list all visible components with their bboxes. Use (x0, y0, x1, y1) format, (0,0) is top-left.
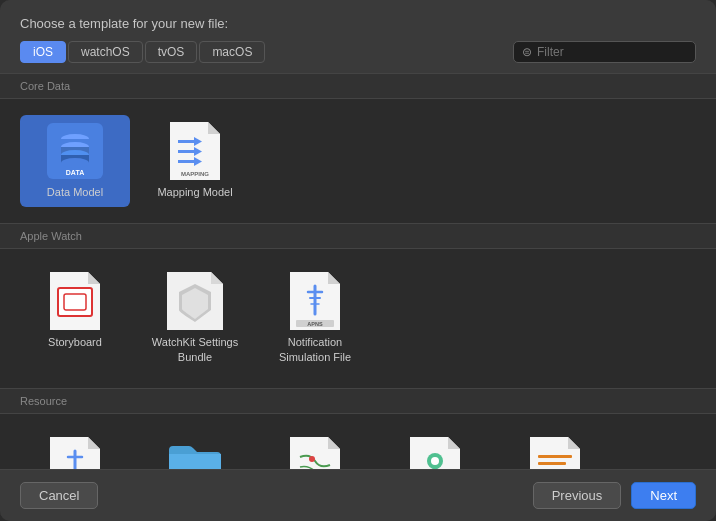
svg-point-46 (431, 457, 439, 465)
watchkit-icon (167, 273, 223, 329)
dialog-header: Choose a template for your new file: iOS… (0, 0, 716, 73)
item-storyboard-label: Storyboard (48, 335, 102, 349)
tab-watchos[interactable]: watchOS (68, 41, 143, 63)
plist-icon: PLIST (527, 438, 583, 469)
svg-rect-51 (538, 455, 572, 458)
item-storyboard[interactable]: Storyboard (20, 265, 130, 372)
filter-input[interactable] (537, 45, 687, 59)
svg-marker-33 (88, 437, 100, 449)
svg-text:APNS: APNS (307, 321, 323, 327)
apple-watch-grid: Storyboard WatchKit Settings Bundle (0, 249, 716, 388)
item-watchkit-label: WatchKit Settings Bundle (148, 335, 242, 364)
svg-rect-52 (538, 462, 566, 465)
svg-text:DATA: DATA (66, 169, 84, 176)
item-gpx-file[interactable]: GPX GPX File (380, 430, 490, 469)
section-core-data: Core Data (0, 73, 716, 99)
svg-marker-39 (328, 437, 340, 449)
footer-right: Previous Next (533, 482, 696, 509)
svg-rect-13 (178, 150, 194, 153)
apns2-icon: APNS (47, 438, 103, 469)
data-model-icon: DATA (47, 123, 103, 179)
next-button[interactable]: Next (631, 482, 696, 509)
mapping-model-icon: MAPPING (167, 123, 223, 179)
svg-point-40 (309, 456, 315, 462)
template-chooser-dialog: Choose a template for your new file: iOS… (0, 0, 716, 521)
item-mapping-model[interactable]: MAPPING Mapping Model (140, 115, 250, 207)
svg-rect-11 (178, 140, 194, 143)
gpx-icon: GPX (407, 438, 463, 469)
section-resource: Resource (0, 388, 716, 414)
svg-rect-21 (64, 294, 86, 310)
item-notification-sim-label: Notification Simulation File (268, 335, 362, 364)
item-property-list[interactable]: PLIST Property List (500, 430, 610, 469)
storyboard-icon (47, 273, 103, 329)
previous-button[interactable]: Previous (533, 482, 622, 509)
svg-rect-15 (178, 160, 194, 163)
item-notification[interactable]: APNS Notification... (20, 430, 130, 469)
tab-tvos[interactable]: tvOS (145, 41, 198, 63)
svg-marker-19 (88, 272, 100, 284)
dialog-title: Choose a template for your new file: (20, 16, 696, 31)
svg-marker-23 (211, 272, 223, 284)
filter-icon: ⊜ (522, 45, 532, 59)
item-asset-catalog[interactable]: Asset Catalog (140, 430, 250, 469)
svg-marker-50 (568, 437, 580, 449)
item-notification-sim[interactable]: APNS Notification Simulation File (260, 265, 370, 372)
item-watchkit[interactable]: WatchKit Settings Bundle (140, 265, 250, 372)
svg-point-7 (61, 158, 89, 168)
section-apple-watch: Apple Watch (0, 223, 716, 249)
content-area: Core Data DATA (0, 73, 716, 469)
dialog-footer: Cancel Previous Next (0, 469, 716, 521)
svg-marker-25 (328, 272, 340, 284)
cancel-button[interactable]: Cancel (20, 482, 98, 509)
geojson-icon: GEOJSON (287, 438, 343, 469)
tab-macos[interactable]: macOS (199, 41, 265, 63)
notification-sim-icon: APNS (287, 273, 343, 329)
item-data-model-label: Data Model (47, 185, 103, 199)
footer-left: Cancel (20, 482, 98, 509)
core-data-grid: DATA Data Model (0, 99, 716, 223)
filter-box: ⊜ (513, 41, 696, 63)
item-mapping-model-label: Mapping Model (157, 185, 232, 199)
svg-text:MAPPING: MAPPING (181, 171, 209, 177)
item-data-model[interactable]: DATA Data Model (20, 115, 130, 207)
folder-icon (167, 438, 223, 469)
tab-bar: iOS watchOS tvOS macOS ⊜ (20, 41, 696, 63)
tab-ios[interactable]: iOS (20, 41, 66, 63)
resource-grid: APNS Notification... Asset Catalog (0, 414, 716, 469)
svg-marker-44 (448, 437, 460, 449)
item-geo-json[interactable]: GEOJSON Geo JSON File (260, 430, 370, 469)
svg-marker-10 (208, 122, 220, 134)
